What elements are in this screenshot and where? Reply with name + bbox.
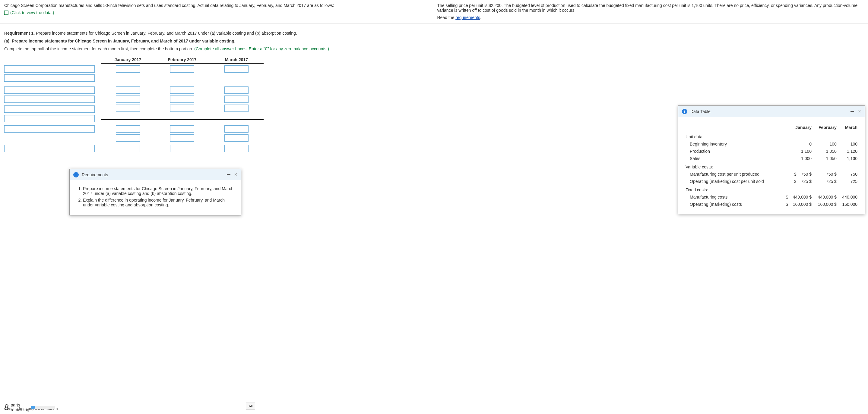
value-input[interactable] [116, 145, 140, 152]
instruction: Complete the top half of the income stat… [4, 46, 864, 51]
value-input[interactable] [116, 125, 140, 133]
grid-icon [4, 10, 8, 15]
close-icon[interactable]: × [858, 108, 861, 114]
value-input[interactable] [224, 134, 249, 142]
value-input[interactable] [224, 96, 249, 103]
data-table-popup: i Data Table × JanuaryFebruaryMarch Unit… [678, 105, 865, 157]
col-feb: February 2017 [155, 57, 209, 62]
value-input[interactable] [224, 87, 249, 94]
value-input[interactable] [170, 105, 194, 112]
popup-title: Data Table [690, 109, 711, 114]
row-label-input[interactable] [4, 65, 95, 73]
problem-text-left: Chicago Screen Corporation manufactures … [4, 3, 425, 8]
value-input[interactable] [170, 96, 194, 103]
col-mar: March 2017 [209, 57, 264, 62]
view-data-link[interactable]: (Click to view the data.) [4, 10, 425, 15]
value-input[interactable] [116, 134, 140, 142]
value-input[interactable] [224, 65, 249, 73]
requirements-link[interactable]: requirements [456, 15, 480, 20]
row-label-input[interactable] [4, 125, 95, 133]
row-label-input[interactable] [4, 96, 95, 103]
col-jan: January 2017 [101, 57, 155, 62]
row-label-input[interactable] [4, 87, 95, 94]
row-label-input[interactable] [4, 115, 95, 122]
row-label-input[interactable] [4, 74, 95, 82]
row-label-input[interactable] [4, 105, 95, 113]
problem-header: Chicago Screen Corporation manufactures … [0, 0, 868, 24]
problem-text-right: The selling price per unit is $2,200. Th… [437, 3, 858, 13]
value-input[interactable] [116, 87, 140, 94]
info-icon: i [682, 109, 687, 114]
value-input[interactable] [224, 145, 249, 152]
value-input[interactable] [170, 65, 194, 73]
part-a: (a). Prepare income statements for Chica… [4, 39, 864, 43]
data-table: JanuaryFebruaryMarch Unit data:Beginning… [684, 123, 859, 157]
value-input[interactable] [224, 105, 249, 112]
requirement-1: Requirement 1. Prepare income statements… [4, 31, 864, 36]
value-input[interactable] [116, 65, 140, 73]
row-label-input[interactable] [4, 145, 95, 152]
value-input[interactable] [116, 96, 140, 103]
value-input[interactable] [170, 145, 194, 152]
value-input[interactable] [170, 87, 194, 94]
value-input[interactable] [116, 105, 140, 112]
value-input[interactable] [224, 125, 249, 133]
value-input[interactable] [170, 134, 194, 142]
minimize-icon[interactable] [850, 111, 854, 112]
value-input[interactable] [170, 125, 194, 133]
